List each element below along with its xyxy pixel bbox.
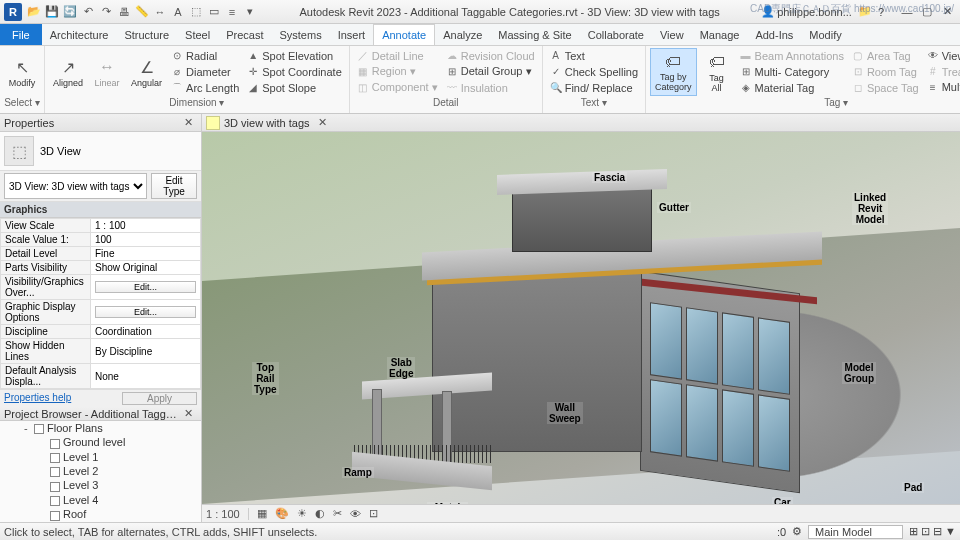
tread-num-button[interactable]: #Tread Number [924,64,960,79]
view-ref-button[interactable]: 👁View Reference [924,48,960,63]
qat-thin-icon[interactable]: ≡ [224,4,240,20]
region-button[interactable]: ▦Region ▾ [354,64,441,79]
crop-icon[interactable]: ✂ [333,507,342,520]
menu-tab-view[interactable]: View [652,24,692,45]
angular-dim-button[interactable]: ∠Angular [127,48,166,96]
menu-tab-structure[interactable]: Structure [116,24,177,45]
check-spelling-button[interactable]: ✓Check Spelling [547,64,641,79]
qat-sync-icon[interactable]: 🔄 [62,4,78,20]
prop-value[interactable]: None [91,364,201,389]
menu-tab-precast[interactable]: Precast [218,24,271,45]
modify-button[interactable]: ↖Modify [4,48,40,96]
prop-value[interactable]: Coordination [91,325,201,339]
detail-line-button[interactable]: ／Detail Line [354,48,441,63]
prop-value[interactable]: Edit... [91,275,201,300]
filter-icon[interactable]: ⚙ [792,525,802,538]
text-group-label[interactable]: Text ▾ [547,97,641,111]
find-replace-button[interactable]: 🔍Find/ Replace [547,80,641,95]
spot-elev-button[interactable]: ▲Spot Elevation [244,48,345,63]
qat-print-icon[interactable]: 🖶 [116,4,132,20]
browser-close-icon[interactable]: ✕ [180,407,197,420]
view-tab-close-icon[interactable]: ✕ [314,116,331,129]
menu-tab-collaborate[interactable]: Collaborate [580,24,652,45]
prop-value[interactable]: By Discipline [91,339,201,364]
detail-group-button[interactable]: ⊞Detail Group ▾ [443,64,538,79]
qat-dim-icon[interactable]: ↔ [152,4,168,20]
component-button[interactable]: ◫Component ▾ [354,80,441,95]
view-tab-title[interactable]: 3D view with tags [224,117,310,129]
material-tag-button[interactable]: ◈Material Tag [737,80,847,95]
select-dropdown[interactable]: Select ▾ [4,97,40,111]
hide-icon[interactable]: 👁 [350,508,361,520]
qat-save-icon[interactable]: 💾 [44,4,60,20]
revit-logo-icon[interactable]: R [4,3,22,21]
close-button[interactable]: ✕ [938,4,956,20]
radial-dim-button[interactable]: ⊙Radial [168,48,242,63]
linear-dim-button[interactable]: ↔Linear [89,48,125,96]
tree-node[interactable]: Level 4 [0,493,201,507]
prop-value[interactable]: Fine [91,247,201,261]
menu-tab-manage[interactable]: Manage [692,24,748,45]
tag-all-button[interactable]: 🏷Tag All [699,48,735,96]
qat-open-icon[interactable]: 📂 [26,4,42,20]
tree-node[interactable]: Level 3 [0,478,201,492]
3d-viewport[interactable]: Fascia Gutter Linked Revit Model Model G… [202,132,960,504]
multi-cat-button[interactable]: ⊞Multi- Category [737,64,847,79]
tree-expand-icon[interactable]: - [24,422,34,434]
menu-tab-steel[interactable]: Steel [177,24,218,45]
arc-length-button[interactable]: ⌒Arc Length [168,80,242,95]
space-tag-button[interactable]: ◻Space Tag [849,80,922,95]
dimension-group-label[interactable]: Dimension ▾ [49,97,345,111]
properties-close-icon[interactable]: ✕ [180,116,197,129]
spot-coord-button[interactable]: ✛Spot Coordinate [244,64,345,79]
tag-metal-col[interactable]: Metal Clad Column [427,502,468,504]
detail-level-icon[interactable]: ▦ [257,507,267,520]
graphics-section[interactable]: Graphics [0,202,201,218]
help-icon[interactable]: ? [878,6,884,18]
type-selector[interactable]: 3D View: 3D view with tags [4,173,147,199]
minimize-button[interactable]: — [898,4,916,20]
apply-button[interactable]: Apply [122,392,197,405]
qat-section-icon[interactable]: ▭ [206,4,222,20]
prop-value[interactable]: 1 : 100 [91,219,201,233]
diameter-dim-button[interactable]: ⌀Diameter [168,64,242,79]
tag-linked[interactable]: Linked Revit Model [852,192,888,225]
menu-tab-systems[interactable]: Systems [271,24,329,45]
maximize-button[interactable]: ▢ [918,4,936,20]
qat-undo-icon[interactable]: ↶ [80,4,96,20]
prop-edit-button[interactable]: Edit... [95,281,196,293]
tree-node[interactable]: Level 1 [0,450,201,464]
tree-node[interactable]: -Floor Plans [0,421,201,435]
aligned-dim-button[interactable]: ↗Aligned [49,48,87,96]
room-tag-button[interactable]: ⊡Room Tag [849,64,922,79]
tag-group-label[interactable]: Tag ▾ [650,97,960,111]
prop-value[interactable]: Edit... [91,300,201,325]
menu-tab-analyze[interactable]: Analyze [435,24,490,45]
menu-tab-addins[interactable]: Add-Ins [747,24,801,45]
file-menu[interactable]: File [0,24,42,45]
reveal-icon[interactable]: ⊡ [369,507,378,520]
qat-redo-icon[interactable]: ↷ [98,4,114,20]
edit-type-button[interactable]: Edit Type [151,173,197,199]
rev-cloud-button[interactable]: ☁Revision Cloud [443,48,538,63]
user-account[interactable]: 👤philippe.bonn... [761,5,852,18]
menu-tab-architecture[interactable]: Architecture [42,24,117,45]
insulation-button[interactable]: 〰Insulation [443,80,538,95]
qat-close-icon[interactable]: ▾ [242,4,258,20]
qat-text-icon[interactable]: A [170,4,186,20]
saved-icon[interactable]: 📁 [858,5,872,18]
text-button[interactable]: AText [547,48,641,63]
workset-display[interactable]: Main Model [808,525,903,539]
menu-tab-modify[interactable]: Modify [801,24,849,45]
scale-display[interactable]: 1 : 100 [206,508,240,520]
prop-value[interactable]: Show Original [91,261,201,275]
tag-by-category-button[interactable]: 🏷Tag by Category [650,48,697,96]
tree-node[interactable]: Level 2 [0,464,201,478]
menu-tab-insert[interactable]: Insert [330,24,374,45]
3d-view-type-icon[interactable]: ⬚ [4,136,34,166]
qat-3d-icon[interactable]: ⬚ [188,4,204,20]
tree-node[interactable]: Roof [0,507,201,521]
shadows-icon[interactable]: ◐ [315,507,325,520]
menu-tab-annotate[interactable]: Annotate [373,24,435,45]
properties-help-link[interactable]: Properties help [4,392,71,405]
